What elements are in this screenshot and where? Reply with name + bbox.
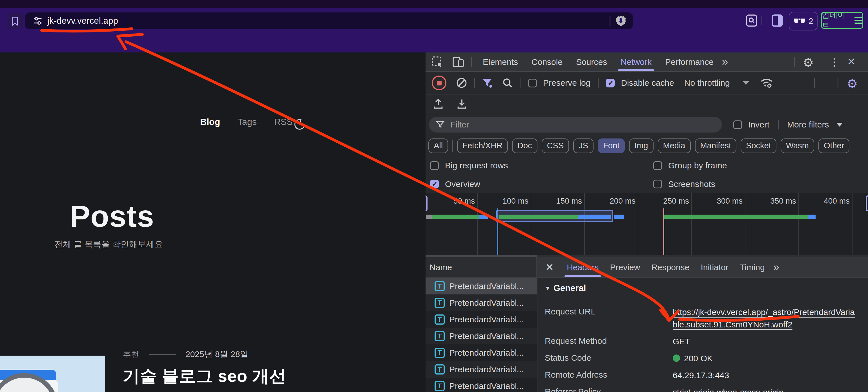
big-request-rows-option[interactable]: Big request rows [430, 161, 508, 170]
import-har-icon[interactable] [432, 97, 445, 111]
screenshots-checkbox[interactable] [653, 180, 662, 188]
general-section-header[interactable]: ▼ General [537, 278, 868, 299]
waterfall-bar[interactable] [432, 215, 479, 219]
post-title-link[interactable]: 기술 블로그 seo 개선 [123, 365, 286, 388]
overview-right-handle[interactable] [866, 195, 868, 211]
overview-option[interactable]: Overview [430, 179, 480, 189]
request-row[interactable]: TPretendardVariabl... [426, 311, 537, 328]
filter-input-pill[interactable] [429, 117, 722, 132]
throttling-dropdown-arrow-icon[interactable] [743, 81, 749, 85]
devtools-tab-performance[interactable]: Performance [658, 53, 720, 71]
timeline-gridline [691, 193, 692, 255]
site-nav-item-rss[interactable]: RSS [274, 117, 293, 127]
preserve-log-option[interactable]: Preserve log [528, 78, 590, 88]
general-value-text: https://jk-devv.vercel.app/_astro/Preten… [673, 306, 859, 331]
invert-checkbox[interactable] [733, 120, 742, 129]
request-row[interactable]: TPretendardVariabl... [426, 344, 537, 361]
sidebar-toggle-icon[interactable] [770, 13, 784, 28]
filter-chip-js[interactable]: JS [573, 139, 593, 153]
device-toolbar-icon[interactable] [452, 55, 465, 69]
devtools-kebab-menu-icon[interactable]: ⋮ [829, 56, 840, 68]
devtools-tab-network[interactable]: Network [614, 53, 658, 71]
screenshots-option[interactable]: Screenshots [653, 179, 715, 189]
waterfall-bar[interactable] [614, 215, 624, 219]
group-by-frame-checkbox[interactable] [653, 161, 662, 170]
find-in-page-icon[interactable] [744, 13, 759, 28]
detail-tab-initiator[interactable]: Initiator [695, 257, 734, 277]
filter-chip-media[interactable]: Media [658, 139, 691, 153]
dark-mode-moon-icon[interactable] [293, 118, 306, 131]
record-network-log-button[interactable] [432, 76, 446, 90]
overview-left-handle[interactable] [426, 195, 428, 211]
devtools-tab-console[interactable]: Console [525, 53, 569, 71]
overview-checkbox[interactable] [430, 180, 439, 188]
detail-tab-headers[interactable]: Headers [561, 257, 604, 277]
throttling-select[interactable]: No throttling [684, 78, 730, 88]
filter-input[interactable] [450, 120, 693, 130]
url-text[interactable]: jk-devv.vercel.app [48, 16, 118, 26]
reader-glasses-badge[interactable]: 2 [789, 12, 817, 30]
address-bar[interactable]: jk-devv.vercel.app [25, 12, 633, 29]
collapse-triangle-icon[interactable]: ▼ [545, 285, 551, 292]
filter-chip-manifest[interactable]: Manifest [695, 139, 737, 153]
filter-chip-doc[interactable]: Doc [512, 139, 537, 153]
network-conditions-icon[interactable] [759, 76, 774, 90]
disable-cache-option[interactable]: Disable cache [606, 78, 674, 88]
browser-update-menu-button[interactable]: 업데이트 [821, 12, 863, 29]
waterfall-bar[interactable] [499, 215, 578, 219]
request-row[interactable]: TPretendardVariabl... [426, 328, 537, 344]
disable-cache-checkbox[interactable] [606, 79, 615, 87]
preserve-log-checkbox[interactable] [528, 79, 537, 87]
font-resource-icon: T [435, 348, 445, 358]
filter-chip-css[interactable]: CSS [541, 139, 569, 153]
site-nav-item-blog[interactable]: Blog [200, 117, 220, 127]
request-row[interactable]: TPretendardVariabl... [426, 378, 537, 392]
clear-network-log-icon[interactable] [456, 77, 468, 89]
devtools-tab-elements[interactable]: Elements [476, 53, 525, 71]
more-tabs-chevron-icon[interactable]: » [722, 56, 727, 68]
inspect-element-icon[interactable] [431, 55, 444, 69]
network-overview-timeline[interactable]: 50 ms100 ms150 ms200 ms250 ms300 ms350 m… [426, 193, 868, 257]
overview-scrollbar[interactable] [426, 255, 868, 257]
request-row[interactable]: TPretendardVariabl... [426, 361, 537, 378]
invert-option[interactable]: Invert [733, 120, 769, 129]
detail-tab-timing[interactable]: Timing [734, 257, 771, 277]
brave-shields-lion-icon[interactable] [614, 14, 627, 27]
devtools-settings-gear-icon[interactable]: ⚙ [803, 55, 814, 70]
filter-chip-socket[interactable]: Socket [741, 139, 776, 153]
waterfall-bar[interactable] [663, 215, 808, 219]
devtools-close-icon[interactable]: ✕ [847, 56, 856, 68]
waterfall-bar[interactable] [479, 215, 488, 219]
filter-chip-font[interactable]: Font [598, 139, 625, 153]
export-har-icon[interactable] [456, 97, 468, 111]
filter-chip-wasm[interactable]: Wasm [781, 139, 814, 153]
search-network-icon[interactable] [501, 77, 514, 89]
group-by-frame-option[interactable]: Group by frame [653, 161, 727, 170]
filter-chip-img[interactable]: Img [629, 139, 653, 153]
waterfall-bar[interactable] [808, 215, 815, 219]
close-detail-pane-icon[interactable]: ✕ [545, 262, 554, 273]
filter-chip-other[interactable]: Other [818, 139, 850, 153]
filter-toggle-icon[interactable] [481, 77, 493, 89]
devtools-tab-sources[interactable]: Sources [569, 53, 614, 71]
request-row[interactable]: TPretendardVariabl... [426, 278, 537, 295]
detail-tab-preview[interactable]: Preview [604, 257, 646, 277]
general-row-value[interactable]: https://jk-devv.vercel.app/_astro/Preten… [673, 306, 859, 331]
name-column-header[interactable]: Name [426, 257, 537, 278]
waterfall-bar[interactable] [578, 215, 611, 219]
network-settings-gear-icon[interactable]: ⚙ [846, 77, 858, 91]
site-controls-icon[interactable] [32, 15, 43, 27]
request-row[interactable]: TPretendardVariabl... [426, 295, 537, 311]
more-detail-tabs-chevron-icon[interactable]: » [773, 261, 778, 273]
site-nav-item-tags[interactable]: Tags [238, 117, 257, 127]
waterfall-bar[interactable] [426, 215, 432, 219]
detail-tab-response[interactable]: Response [646, 257, 695, 277]
filter-chip-fetchxhr[interactable]: Fetch/XHR [457, 139, 508, 153]
more-filters-button[interactable]: More filters [787, 120, 829, 129]
overview-scrollbar-thumb[interactable] [426, 255, 537, 257]
filter-chip-all[interactable]: All [428, 139, 448, 153]
more-filters-arrow-icon[interactable] [836, 123, 843, 127]
bookmark-icon[interactable] [7, 13, 23, 29]
post-thumbnail[interactable]: SEO? [0, 356, 105, 392]
big-request-rows-checkbox[interactable] [430, 161, 439, 170]
